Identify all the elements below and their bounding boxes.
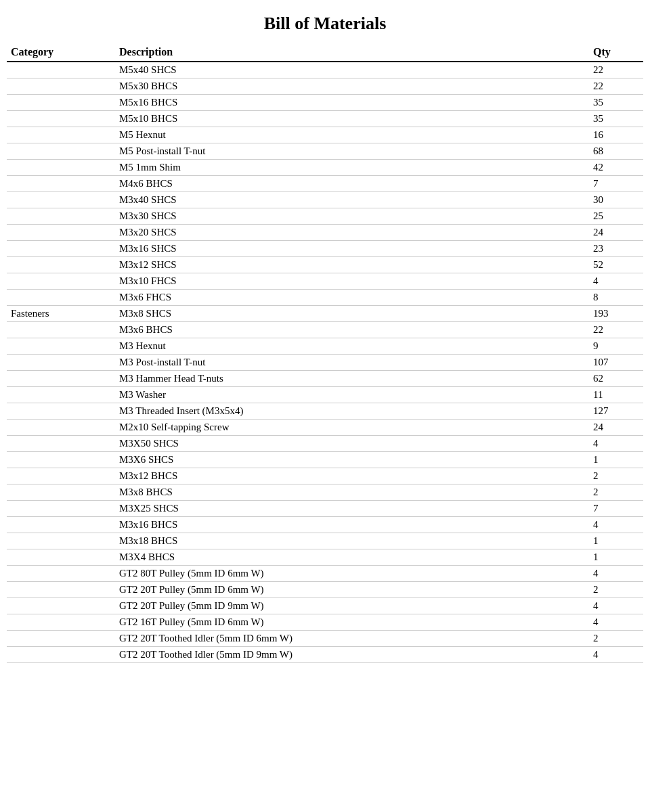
table-row: M5x16 BHCS35 <box>7 95 643 111</box>
cell-description: M3 Hexnut <box>115 338 589 355</box>
table-row: M3 Washer11 <box>7 387 643 403</box>
cell-category <box>7 225 115 241</box>
cell-category <box>7 484 115 501</box>
cell-description: M5x16 BHCS <box>115 95 589 111</box>
table-row: M3x16 BHCS4 <box>7 517 643 533</box>
cell-category <box>7 403 115 420</box>
cell-category <box>7 257 115 273</box>
cell-description: M5 1mm Shim <box>115 160 589 176</box>
cell-qty: 4 <box>589 614 643 631</box>
table-row: GT2 16T Pulley (5mm ID 6mm W)4 <box>7 614 643 631</box>
cell-description: GT2 20T Pulley (5mm ID 6mm W) <box>115 582 589 598</box>
cell-qty: 25 <box>589 208 643 225</box>
table-row: M5 1mm Shim42 <box>7 160 643 176</box>
cell-category <box>7 452 115 468</box>
cell-qty: 9 <box>589 338 643 355</box>
bom-table: Category Description Qty M5x40 SHCS22M5x… <box>7 43 643 663</box>
cell-description: M3 Threaded Insert (M3x5x4) <box>115 403 589 420</box>
table-row: M5x40 SHCS22 <box>7 62 643 78</box>
cell-description: M3x8 BHCS <box>115 484 589 501</box>
table-row: M3x30 SHCS25 <box>7 208 643 225</box>
cell-qty: 62 <box>589 371 643 387</box>
header-qty: Qty <box>589 43 643 62</box>
table-header-row: Category Description Qty <box>7 43 643 62</box>
table-row: M3x8 BHCS2 <box>7 484 643 501</box>
cell-description: M3x6 FHCS <box>115 290 589 306</box>
cell-qty: 2 <box>589 631 643 647</box>
table-row: M3 Hammer Head T-nuts62 <box>7 371 643 387</box>
cell-description: GT2 20T Toothed Idler (5mm ID 9mm W) <box>115 647 589 663</box>
cell-qty: 1 <box>589 533 643 549</box>
cell-description: M3X50 SHCS <box>115 436 589 452</box>
cell-qty: 4 <box>589 273 643 290</box>
cell-description: M3x18 BHCS <box>115 533 589 549</box>
cell-qty: 4 <box>589 647 643 663</box>
cell-qty: 11 <box>589 387 643 403</box>
table-row: M4x6 BHCS7 <box>7 176 643 192</box>
cell-category <box>7 273 115 290</box>
header-category: Category <box>7 43 115 62</box>
cell-qty: 1 <box>589 549 643 566</box>
cell-qty: 22 <box>589 78 643 95</box>
cell-qty: 35 <box>589 111 643 127</box>
table-row: M3 Hexnut9 <box>7 338 643 355</box>
cell-qty: 1 <box>589 452 643 468</box>
table-row: M3X50 SHCS4 <box>7 436 643 452</box>
cell-description: M3x10 FHCS <box>115 273 589 290</box>
cell-description: M3x8 SHCS <box>115 306 589 322</box>
cell-description: M5 Hexnut <box>115 127 589 143</box>
table-row: M3x40 SHCS30 <box>7 192 643 208</box>
cell-category <box>7 517 115 533</box>
cell-category <box>7 160 115 176</box>
cell-qty: 24 <box>589 225 643 241</box>
cell-category <box>7 582 115 598</box>
cell-category <box>7 62 115 78</box>
cell-category <box>7 371 115 387</box>
cell-description: M5x10 BHCS <box>115 111 589 127</box>
cell-description: M3x30 SHCS <box>115 208 589 225</box>
cell-qty: 4 <box>589 436 643 452</box>
cell-description: M5x40 SHCS <box>115 62 589 78</box>
cell-category <box>7 501 115 517</box>
cell-category <box>7 192 115 208</box>
table-row: M3X25 SHCS7 <box>7 501 643 517</box>
page-container: Bill of Materials Category Description Q… <box>0 0 650 677</box>
page-title: Bill of Materials <box>7 14 643 34</box>
cell-category <box>7 566 115 582</box>
cell-qty: 30 <box>589 192 643 208</box>
cell-category <box>7 322 115 338</box>
cell-qty: 52 <box>589 257 643 273</box>
table-row: M3x12 BHCS2 <box>7 468 643 484</box>
cell-description: M3x20 SHCS <box>115 225 589 241</box>
cell-description: M3x40 SHCS <box>115 192 589 208</box>
cell-description: M3 Washer <box>115 387 589 403</box>
cell-category <box>7 549 115 566</box>
header-description: Description <box>115 43 589 62</box>
table-row: M3x18 BHCS1 <box>7 533 643 549</box>
cell-qty: 8 <box>589 290 643 306</box>
cell-category <box>7 338 115 355</box>
cell-category <box>7 436 115 452</box>
cell-qty: 35 <box>589 95 643 111</box>
table-row: M3X4 BHCS1 <box>7 549 643 566</box>
table-row: FastenersM3x8 SHCS193 <box>7 306 643 322</box>
cell-category <box>7 241 115 257</box>
cell-category <box>7 631 115 647</box>
cell-qty: 193 <box>589 306 643 322</box>
table-row: M5 Post-install T-nut68 <box>7 143 643 160</box>
cell-description: M3 Post-install T-nut <box>115 355 589 371</box>
cell-description: GT2 20T Toothed Idler (5mm ID 6mm W) <box>115 631 589 647</box>
cell-description: M2x10 Self-tapping Screw <box>115 420 589 436</box>
cell-category: Fasteners <box>7 306 115 322</box>
cell-qty: 2 <box>589 582 643 598</box>
table-row: M3 Threaded Insert (M3x5x4)127 <box>7 403 643 420</box>
cell-category <box>7 533 115 549</box>
table-row: GT2 20T Toothed Idler (5mm ID 9mm W)4 <box>7 647 643 663</box>
table-row: M3x20 SHCS24 <box>7 225 643 241</box>
table-row: GT2 20T Toothed Idler (5mm ID 6mm W)2 <box>7 631 643 647</box>
cell-description: M3 Hammer Head T-nuts <box>115 371 589 387</box>
cell-description: M3x12 BHCS <box>115 468 589 484</box>
cell-qty: 22 <box>589 322 643 338</box>
cell-category <box>7 143 115 160</box>
table-row: M3 Post-install T-nut107 <box>7 355 643 371</box>
